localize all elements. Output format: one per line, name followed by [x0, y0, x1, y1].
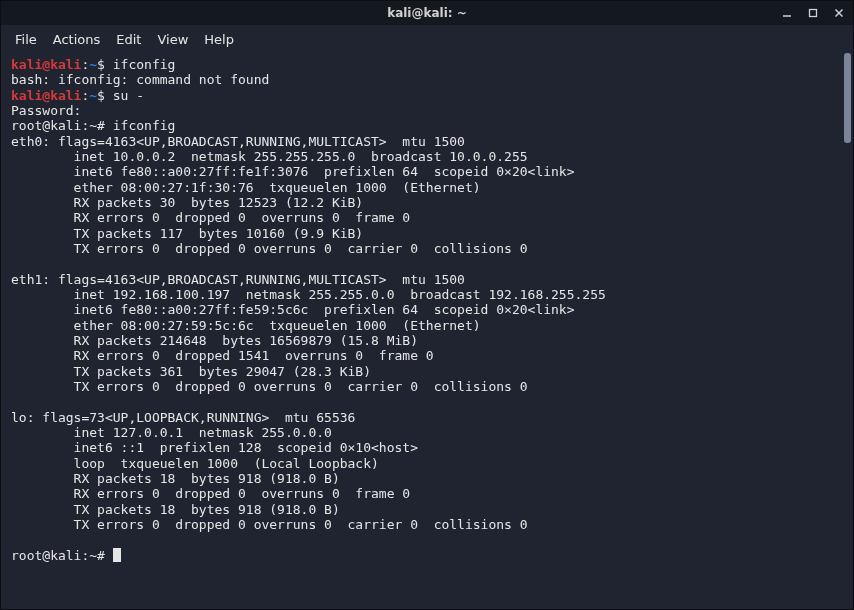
prompt-sigil: $ — [97, 88, 113, 103]
output-line: TX errors 0 dropped 0 overruns 0 carrier… — [11, 517, 528, 532]
output-line: inet6 ::1 prefixlen 128 scopeid 0×10<hos… — [11, 440, 418, 455]
output-line: RX errors 0 dropped 0 overruns 0 frame 0 — [11, 210, 410, 225]
close-button[interactable] — [831, 5, 847, 21]
window-title: kali@kali: ~ — [387, 6, 467, 20]
output-line: lo: flags=73<UP,LOOPBACK,RUNNING> mtu 65… — [11, 410, 355, 425]
cursor-block — [113, 548, 121, 562]
root-prompt: root@kali:~# — [11, 118, 113, 133]
prompt-sigil: $ — [97, 57, 113, 72]
output-line: inet 10.0.0.2 netmask 255.255.255.0 broa… — [11, 149, 528, 164]
scrollbar-thumb[interactable] — [844, 53, 851, 143]
output-line: ether 08:00:27:1f:30:76 txqueuelen 1000 … — [11, 180, 481, 195]
output-line: RX packets 214648 bytes 16569879 (15.8 M… — [11, 333, 418, 348]
output-line: inet6 fe80::a00:27ff:fe59:5c6c prefixlen… — [11, 302, 575, 317]
output-line: ether 08:00:27:59:5c:6c txqueuelen 1000 … — [11, 318, 481, 333]
output-line: inet 192.168.100.197 netmask 255.255.0.0… — [11, 287, 606, 302]
cmd-text: ifconfig — [113, 57, 176, 72]
output-line: Password: — [11, 103, 81, 118]
minimize-button[interactable] — [779, 5, 795, 21]
prompt-userhost: kali@kali — [11, 57, 81, 72]
output-line: eth1: flags=4163<UP,BROADCAST,RUNNING,MU… — [11, 272, 465, 287]
menu-file[interactable]: File — [15, 32, 37, 47]
output-line: TX packets 18 bytes 918 (918.0 B) — [11, 502, 340, 517]
terminal-window: kali@kali: ~ File Actions Edit View Help… — [0, 0, 854, 610]
output-line: TX errors 0 dropped 0 overruns 0 carrier… — [11, 379, 528, 394]
window-controls — [779, 1, 847, 25]
maximize-button[interactable] — [805, 5, 821, 21]
output-line: RX errors 0 dropped 1541 overruns 0 fram… — [11, 348, 434, 363]
svg-rect-1 — [810, 10, 817, 17]
menu-view[interactable]: View — [157, 32, 188, 47]
cmd-text: ifconfig — [113, 118, 176, 133]
menubar: File Actions Edit View Help — [1, 25, 853, 53]
output-line: RX packets 30 bytes 12523 (12.2 KiB) — [11, 195, 363, 210]
titlebar[interactable]: kali@kali: ~ — [1, 1, 853, 25]
output-line: TX packets 361 bytes 29047 (28.3 KiB) — [11, 364, 371, 379]
output-line: loop txqueuelen 1000 (Local Loopback) — [11, 456, 379, 471]
output-line: bash: ifconfig: command not found — [11, 72, 269, 87]
prompt-userhost: kali@kali — [11, 88, 81, 103]
output-line: RX errors 0 dropped 0 overruns 0 frame 0 — [11, 486, 410, 501]
output-line: inet 127.0.0.1 netmask 255.0.0.0 — [11, 425, 332, 440]
prompt-path: ~ — [89, 88, 97, 103]
terminal-body: kali@kali:~$ ifconfig bash: ifconfig: co… — [1, 53, 853, 609]
menu-edit[interactable]: Edit — [116, 32, 141, 47]
menu-actions[interactable]: Actions — [53, 32, 101, 47]
output-line: eth0: flags=4163<UP,BROADCAST,RUNNING,MU… — [11, 134, 465, 149]
root-prompt: root@kali:~# — [11, 548, 113, 563]
prompt-path: ~ — [89, 57, 97, 72]
output-line: TX packets 117 bytes 10160 (9.9 KiB) — [11, 226, 363, 241]
terminal-output[interactable]: kali@kali:~$ ifconfig bash: ifconfig: co… — [1, 53, 842, 609]
menu-help[interactable]: Help — [204, 32, 234, 47]
output-line: TX errors 0 dropped 0 overruns 0 carrier… — [11, 241, 528, 256]
output-line: inet6 fe80::a00:27ff:fe1f:3076 prefixlen… — [11, 164, 575, 179]
cmd-text: su - — [113, 88, 144, 103]
output-line: RX packets 18 bytes 918 (918.0 B) — [11, 471, 340, 486]
scrollbar[interactable] — [842, 53, 853, 609]
